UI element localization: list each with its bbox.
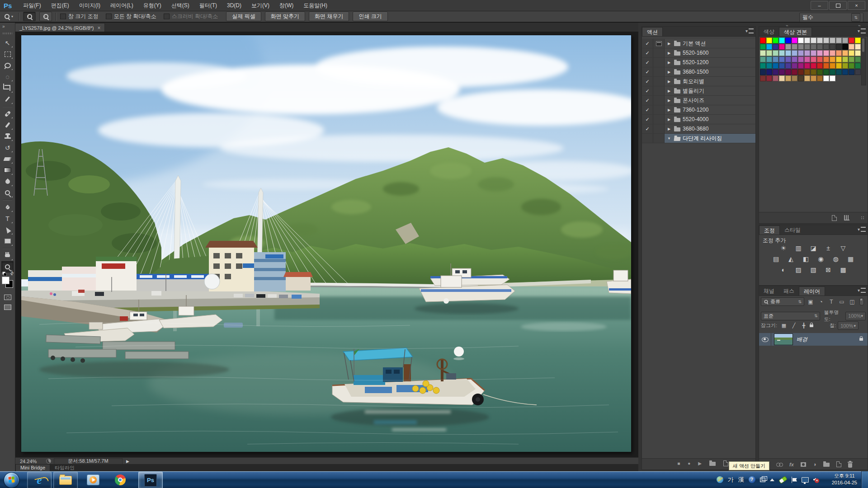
add-mask-icon[interactable] xyxy=(801,462,806,467)
quick-mask-button[interactable] xyxy=(4,295,11,300)
color-swatch[interactable] xyxy=(804,38,810,43)
rectangle-tool[interactable] xyxy=(1,235,14,247)
selective-color-icon[interactable]: ▩ xyxy=(839,266,848,273)
lock-transparent-icon[interactable]: ▦ xyxy=(780,322,788,329)
tab-패스[interactable]: 패스 xyxy=(779,286,799,296)
color-swatch[interactable] xyxy=(792,56,797,62)
layer-visibility-toggle[interactable] xyxy=(759,333,771,346)
color-swatch[interactable] xyxy=(855,69,861,75)
adjustments-panel-menu-icon[interactable]: ▾ xyxy=(858,227,866,232)
action-item-main[interactable]: ▶3680-3680 xyxy=(665,124,755,133)
document-size-field[interactable]: 문서:58.1M/57.7M xyxy=(54,458,123,465)
color-swatch[interactable] xyxy=(849,50,854,56)
move-tool[interactable]: ↖ xyxy=(1,37,14,48)
lasso-tool[interactable] xyxy=(1,60,14,71)
color-swatch[interactable] xyxy=(798,75,804,81)
action-dialog-toggle[interactable] xyxy=(653,105,665,114)
color-swatch[interactable] xyxy=(798,56,804,62)
action-item[interactable]: ✓▶기본 액션 xyxy=(642,39,755,48)
action-item[interactable]: ✓▶별돌리기 xyxy=(642,86,755,96)
color-swatch[interactable] xyxy=(842,75,848,81)
stop-playing-icon[interactable]: ■ xyxy=(677,461,680,466)
color-swatch[interactable] xyxy=(823,75,829,81)
option-checkbox[interactable]: 스크러비 확대/축소 xyxy=(164,13,218,20)
taskbar-chrome[interactable] xyxy=(110,472,130,488)
color-swatch[interactable] xyxy=(792,44,797,50)
color-swatch[interactable] xyxy=(779,69,785,75)
color-swatch[interactable] xyxy=(785,44,791,50)
expand-icon[interactable]: ▶ xyxy=(666,127,672,131)
color-swatch[interactable] xyxy=(830,38,835,43)
menu-item[interactable]: 필터(T) xyxy=(194,0,222,11)
swatches-scrollbar[interactable] xyxy=(861,38,866,85)
action-item-main[interactable]: ▶7360-1200 xyxy=(665,105,755,114)
expand-icon[interactable]: ▶ xyxy=(666,42,672,46)
option-checkbox[interactable]: 창 크기 조정 xyxy=(60,13,99,20)
new-swatch-icon[interactable] xyxy=(832,215,837,221)
bottom-tab-타임라인[interactable]: 타임라인 xyxy=(50,465,79,471)
menu-item[interactable]: 레이어(L) xyxy=(105,0,138,11)
color-swatch[interactable] xyxy=(849,63,854,69)
action-dialog-toggle[interactable] xyxy=(653,77,665,86)
action-dialog-toggle[interactable] xyxy=(653,58,665,67)
menu-item[interactable]: 도움말(H) xyxy=(298,0,332,11)
action-check-toggle[interactable]: ✓ xyxy=(642,124,653,133)
checkbox-icon[interactable] xyxy=(106,14,112,19)
action-item-main[interactable]: ▶별돌리기 xyxy=(665,86,755,95)
pen-tool[interactable] xyxy=(1,202,14,213)
photo-filter-icon[interactable]: ◉ xyxy=(816,255,826,263)
color-swatch[interactable] xyxy=(811,75,816,81)
color-swatch[interactable] xyxy=(811,56,816,62)
layer-thumbnail[interactable] xyxy=(774,333,793,345)
menu-item[interactable]: 보기(V) xyxy=(246,0,274,11)
color-swatch[interactable] xyxy=(779,38,785,43)
taskbar-clock[interactable]: 오후 9:11 2016-04-25 xyxy=(832,473,857,486)
color-swatch[interactable] xyxy=(842,44,848,50)
menu-item[interactable]: 유형(Y) xyxy=(138,0,166,11)
zoom-level-field[interactable]: 24.24% xyxy=(20,459,43,464)
color-swatch[interactable] xyxy=(785,75,791,81)
foreground-color-swatch[interactable] xyxy=(2,277,9,284)
checkbox-icon[interactable] xyxy=(164,14,170,19)
action-item[interactable]: ✓▶5520-4000 xyxy=(642,115,755,124)
action-dialog-toggle[interactable] xyxy=(653,86,665,95)
color-swatch[interactable] xyxy=(766,69,772,75)
color-swatch[interactable] xyxy=(830,56,835,62)
collapse-icon[interactable]: ▼ xyxy=(666,136,672,141)
option-checkbox[interactable]: 모든 창 확대/축소 xyxy=(106,13,156,20)
color-swatch[interactable] xyxy=(785,50,791,56)
layer-style-icon[interactable]: fx xyxy=(789,462,794,467)
color-swatch[interactable] xyxy=(785,56,791,62)
action-dialog-toggle[interactable] xyxy=(653,134,665,143)
action-check-toggle[interactable] xyxy=(642,134,653,143)
color-swatch[interactable] xyxy=(855,75,861,81)
filter-toggle-switch[interactable] xyxy=(859,298,864,305)
exposure-icon[interactable]: ± xyxy=(824,244,833,252)
antivirus-tray-icon[interactable] xyxy=(778,475,787,484)
color-swatch[interactable] xyxy=(766,38,772,43)
dodge-tool[interactable] xyxy=(1,187,14,198)
color-swatch[interactable] xyxy=(798,63,804,69)
color-swatch[interactable] xyxy=(817,44,823,50)
filter-pixel-icon[interactable]: ▣ xyxy=(806,298,815,305)
color-swatch[interactable] xyxy=(836,69,842,75)
color-swatch[interactable] xyxy=(792,63,797,69)
action-check-toggle[interactable]: ✓ xyxy=(642,48,653,57)
action-item[interactable]: ✓▶3680-3680 xyxy=(642,124,755,134)
color-swatch[interactable] xyxy=(842,69,848,75)
color-swatch[interactable] xyxy=(779,44,785,50)
expand-icon[interactable]: ▶ xyxy=(666,89,672,93)
color-swatch[interactable] xyxy=(760,75,766,81)
color-swatch[interactable] xyxy=(849,56,854,62)
menu-item[interactable]: 편집(E) xyxy=(46,0,74,11)
options-button[interactable]: 실제 픽셀 xyxy=(226,12,261,21)
action-check-toggle[interactable]: ✓ xyxy=(642,96,653,105)
menu-item[interactable]: 파일(F) xyxy=(18,0,46,11)
new-adjustment-layer-icon[interactable]: ◑ xyxy=(813,461,816,468)
color-swatch[interactable] xyxy=(817,56,823,62)
action-item-main[interactable]: ▶회오리별 xyxy=(665,77,755,86)
marquee-tool[interactable] xyxy=(1,48,14,60)
crop-tool[interactable] xyxy=(1,82,14,94)
ime-help-icon[interactable]: ? xyxy=(749,476,755,483)
color-swatch[interactable] xyxy=(855,38,861,43)
